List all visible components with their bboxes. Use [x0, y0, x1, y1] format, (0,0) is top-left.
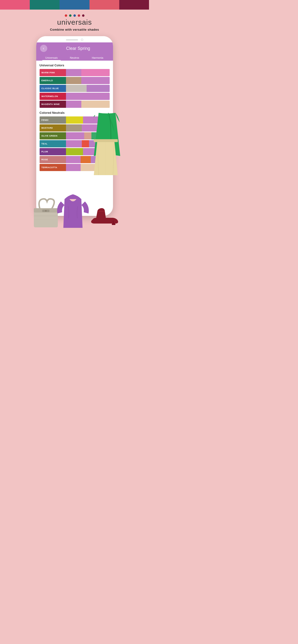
dot-5	[82, 14, 84, 17]
phone-camera	[81, 38, 83, 41]
logo-dots	[65, 14, 84, 17]
mustard-seg1	[66, 124, 82, 132]
rose-seg2	[81, 156, 91, 163]
emerald-label: EMERALD	[40, 77, 66, 84]
dot-3	[73, 14, 76, 17]
warm-pink-seg2	[81, 69, 109, 76]
color-row-warm-pink[interactable]: WARM PINK	[40, 69, 110, 76]
beige-skirt	[94, 139, 118, 175]
classic-blue-seg1	[66, 85, 87, 92]
warm-pink-seg1	[66, 69, 81, 76]
phone-mockup-wrap: ‹ Clear Spring Universais Neutros Harmon…	[0, 36, 149, 221]
terra-seg1	[66, 164, 80, 171]
app-header: ‹ Clear Spring Universais Neutros Harmon…	[36, 42, 113, 60]
olive-green-label: OLIVE GREEN	[40, 132, 66, 140]
olive-seg1	[66, 132, 84, 140]
svg-point-8	[45, 210, 47, 212]
color-row-classic-blue[interactable]: CLASSIC BLUE	[40, 85, 110, 92]
phone-notch	[36, 36, 113, 42]
classic-blue-label: CLASSIC BLUE	[40, 85, 66, 92]
color-row-magenta-wine[interactable]: MAGENTA WINE	[40, 100, 110, 108]
fendi-seg1	[66, 116, 83, 124]
strip-seg-5	[119, 0, 149, 10]
teal-seg1	[66, 140, 82, 147]
emerald-seg2	[81, 77, 109, 84]
dot-4	[78, 14, 80, 17]
app-title: Clear Spring	[47, 46, 109, 51]
tab-neutros[interactable]: Neutros	[63, 54, 86, 60]
svg-rect-3	[94, 139, 118, 142]
strip-seg-1	[0, 0, 30, 10]
rose-seg1	[66, 156, 80, 163]
mustard-label: MUSTARD	[40, 124, 66, 132]
emerald-seg1	[66, 77, 81, 84]
tab-universais[interactable]: Universais	[40, 54, 63, 60]
logo-area: universais Combine with versatile shades	[0, 10, 149, 34]
magenta-wine-seg2	[81, 100, 109, 108]
universal-colors-title: Universal Colors	[40, 64, 110, 67]
strip-seg-2	[30, 0, 60, 10]
svg-rect-4	[112, 224, 115, 225]
fendi-label: FENDI	[40, 116, 66, 124]
back-button[interactable]: ‹	[40, 45, 47, 52]
color-row-emerald[interactable]: EMERALD	[40, 77, 110, 84]
magenta-wine-label: MAGENTA WINE	[40, 100, 66, 108]
logo-text: universais	[57, 18, 92, 26]
purple-top	[56, 192, 90, 228]
olive-seg2	[84, 132, 91, 140]
warm-pink-label: WARM PINK	[40, 69, 66, 76]
watermelon-label: WATERMELON	[40, 93, 66, 100]
plum-label: PLUM	[40, 148, 66, 155]
plum-seg1	[66, 148, 83, 155]
teal-label: TEAL	[40, 140, 66, 147]
top-color-strip	[0, 0, 149, 10]
phone-speaker	[66, 39, 78, 40]
dot-1	[65, 14, 67, 17]
watermelon-seg1	[66, 93, 109, 100]
rose-label: ROSE	[40, 156, 66, 163]
color-row-watermelon[interactable]: WATERMELON	[40, 93, 110, 100]
terracotta-label: TERRACOTTA	[40, 164, 66, 171]
classic-blue-seg2	[87, 85, 110, 92]
dot-2	[69, 14, 72, 17]
tagline: Combine with versatile shades	[50, 28, 99, 32]
app-header-top: ‹ Clear Spring	[40, 45, 109, 52]
app-tabs: Universais Neutros Harmonia	[40, 54, 109, 60]
tab-harmonia[interactable]: Harmonia	[86, 54, 109, 60]
teal-seg2	[82, 140, 89, 147]
strip-seg-3	[60, 0, 89, 10]
red-shoes	[89, 206, 120, 226]
magenta-wine-seg1	[66, 100, 81, 108]
strip-seg-4	[89, 0, 119, 10]
